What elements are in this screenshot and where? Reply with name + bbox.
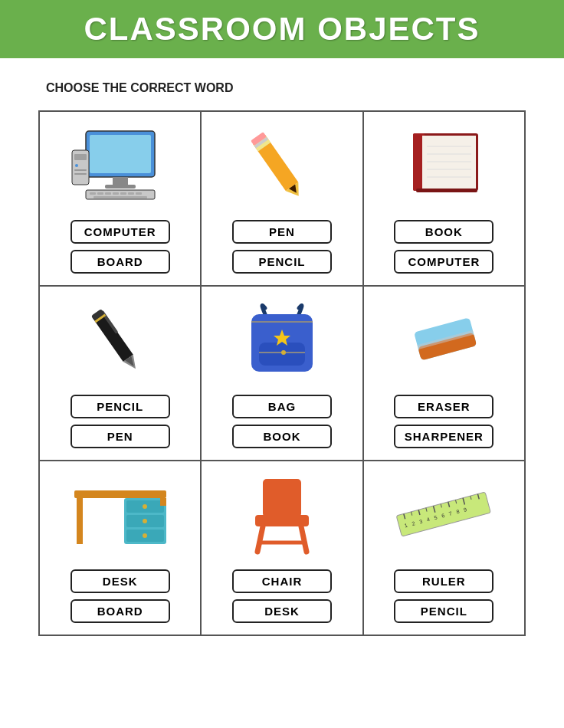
option-pencil[interactable]: PENCIL [232,250,332,274]
svg-point-56 [143,533,147,538]
cell-desk: DESK BOARD [40,461,202,635]
page-header: CLASSROOM OBJECTS [0,0,564,58]
eraser-image [390,298,497,382]
svg-line-61 [301,526,307,552]
cell-computer: COMPUTER BOARD [40,112,202,285]
option-board[interactable]: BOARD [70,250,170,274]
option-board[interactable]: BOARD [70,599,170,623]
pen-image [67,298,174,382]
svg-rect-5 [74,154,87,160]
svg-point-6 [75,164,78,167]
svg-rect-8 [74,173,87,175]
svg-rect-12 [105,192,111,195]
svg-rect-10 [90,192,96,195]
svg-rect-15 [128,192,134,195]
svg-rect-17 [93,196,147,198]
cell-ruler: 1 2 3 4 5 6 7 8 9 RULER PENCIL [364,461,524,635]
svg-point-54 [143,519,147,523]
bag-image [228,298,336,382]
svg-point-42 [281,350,286,355]
desk-image [67,473,174,557]
svg-rect-13 [113,192,119,195]
svg-rect-1 [90,135,151,173]
grid-row-1: COMPUTER BOARD [40,112,524,287]
cell-pencil1: PEN PENCIL [202,112,363,285]
cell-chair: CHAIR DESK [202,461,363,635]
cell-eraser: ERASER SHARPENER [364,287,524,460]
option-bag[interactable]: BAG [232,395,332,418]
option-pencil[interactable]: PENCIL [394,599,494,623]
exercise-grid: COMPUTER BOARD [38,110,526,636]
option-book[interactable]: BOOK [394,220,494,244]
option-chair[interactable]: CHAIR [232,569,332,593]
book-image [390,123,497,208]
option-computer[interactable]: COMPUTER [70,220,170,244]
option-sharpener[interactable]: SHARPENER [394,425,494,448]
option-pencil[interactable]: PENCIL [70,395,170,418]
option-desk[interactable]: DESK [232,599,332,623]
svg-rect-14 [120,192,126,195]
svg-rect-57 [160,498,166,506]
computer-image [67,123,174,208]
svg-rect-11 [97,192,103,195]
option-desk[interactable]: DESK [70,569,170,593]
option-ruler[interactable]: RULER [394,569,494,593]
cell-pen: PENCIL PEN [40,287,202,460]
ruler-image: 1 2 3 4 5 6 7 8 9 [390,473,497,557]
chair-image [228,473,336,557]
page-title: CLASSROOM OBJECTS [15,11,549,48]
option-pen[interactable]: PEN [70,425,170,448]
svg-point-52 [143,504,147,509]
svg-rect-16 [136,192,142,195]
grid-row-3: DESK BOARD CHAIR DESK [40,461,524,635]
svg-rect-3 [105,185,136,189]
cell-book: BOOK COMPUTER [364,112,524,285]
instructions-text: CHOOSE THE CORRECT WORD [0,74,564,110]
pencil-image [228,123,336,208]
option-computer[interactable]: COMPUTER [394,250,494,274]
svg-rect-32 [416,189,477,192]
svg-rect-2 [113,177,128,185]
cell-bag: BAG BOOK [202,287,363,460]
svg-line-60 [257,526,263,552]
svg-rect-48 [74,490,166,498]
option-eraser[interactable]: ERASER [394,395,494,418]
svg-rect-7 [74,169,87,171]
svg-rect-58 [263,479,301,517]
option-pen[interactable]: PEN [232,220,332,244]
svg-rect-49 [77,498,83,544]
option-book[interactable]: BOOK [232,425,332,448]
grid-row-2: PENCIL PEN [40,287,524,461]
